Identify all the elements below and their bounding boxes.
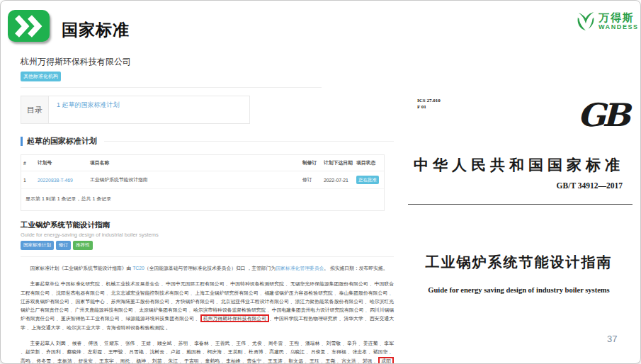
brand-text: 万得斯 WANDESS (599, 12, 639, 30)
standard-tags: 国家标准计划 修订 推荐性 (21, 241, 394, 250)
standard-title: 工业锅炉系统节能设计指南 (21, 220, 394, 230)
plan-table-box: # 计划号 项目名称 制修订 计划下达日期 项目状态 1 20220838-T-… (21, 154, 385, 211)
standard-detail-block: 工业锅炉系统节能设计指南 Guide for energy-saving des… (21, 220, 394, 364)
highlighted-company: 杭州万得斯环保科技有限公司 (200, 314, 269, 322)
divider (21, 256, 394, 257)
tag-revision: 修订 (56, 241, 71, 250)
intro-text-1: 国家标准计划《工业锅炉系统节能设计指南》由 (30, 266, 133, 271)
tc20-link[interactable]: TC20 (132, 266, 144, 271)
cover-title: 工业锅炉系统节能设计指南 (399, 253, 638, 272)
table-row: 1 20220838-T-469 工业锅炉系统节能设计指南 修订 2022-07… (21, 171, 384, 189)
divider (21, 87, 322, 88)
brand-name-en: WANDESS (599, 24, 639, 30)
plan-no-link[interactable]: 20220838-T-469 (38, 178, 73, 183)
status-badge: 正在批准 (356, 176, 379, 184)
col-plan-no: 计划号 (35, 155, 88, 171)
company-name: 杭州万得斯环保科技有限公司 (21, 56, 394, 68)
cell-issue-date: 2022-07-21 (322, 171, 354, 189)
section-rule (104, 141, 394, 142)
cell-revision: 修订 (300, 171, 322, 189)
page-title: 国家标准 (62, 19, 130, 41)
company-tag-badge: 其他标准化机构 (21, 72, 61, 81)
double-chevron-icon (13, 15, 45, 38)
section-title: 起草的国家标准计划 (27, 136, 97, 147)
cell-index: 1 (21, 171, 35, 189)
intro-paragraph: 国家标准计划《工业锅炉系统节能设计指南》由 TC20（全国能源基础与管理标准化技… (21, 264, 394, 273)
section-header: 起草的国家标准计划 (21, 136, 394, 147)
drafters-paragraph: 主要起草人 刘囡 、候睿 、傅强 、笪耀东 、张伟 、王婧 、顾全斌 、苏明 、… (21, 339, 394, 364)
cell-project-name: 工业锅炉系统节能设计指南 (88, 171, 300, 189)
col-index: # (21, 155, 35, 171)
slide-bullet-icon (8, 10, 50, 42)
brand-logo: 万得斯 WANDESS (576, 10, 639, 32)
toc-body: 1 起草的国家标准计划 (49, 96, 127, 123)
toc-box: 目录 1 起草的国家标准计划 (21, 96, 250, 124)
sac-link[interactable]: 国家标准化管理委员会 (276, 266, 324, 271)
wandess-leaf-icon (576, 10, 596, 32)
col-project-name: 项目名称 (88, 155, 300, 171)
cover-title-en: Guide for energy saving design of indust… (399, 286, 638, 294)
standard-title-en: Guide for energy-saving design of indust… (21, 232, 394, 238)
cover-header: 中华人民共和国国家标准 (399, 155, 638, 175)
page-number: 37 (607, 334, 617, 344)
ics-line-2: F 01 (417, 104, 441, 110)
col-revision: 制修订 (300, 155, 322, 171)
cover-rule (408, 204, 633, 205)
slide: 国家标准 万得斯 WANDESS 杭州万得斯环保科技有限公司 其他标准化机构 目… (0, 0, 641, 364)
gb-standard-cover: ICS 27.010 F 01 GB 中华人民共和国国家标准 GB/T 3491… (399, 91, 638, 325)
intro-text-2: （全国能源基础与管理标准化技术委员会）归口 ，主管部门为 (144, 266, 276, 271)
brand-name-cn: 万得斯 (599, 12, 639, 23)
gb-logo: GB (577, 96, 627, 133)
tag-recommended: 推荐性 (73, 241, 93, 250)
intro-text-3: 。 拟实施日期：发布即实施。 (324, 266, 387, 271)
col-issue-date: 计划下达日期 (322, 155, 354, 171)
table-summary: 显示第 1 到第 1 条记录，总共 1 条记录 (21, 189, 384, 210)
drafting-orgs-paragraph: 主要起草单位 中国标准化研究院 、机械工业技术发展基金会 、中国中元国际工程有限… (21, 280, 394, 332)
col-status: 项目状态 (354, 155, 384, 171)
table-header-row: # 计划号 项目名称 制修订 计划下达日期 项目状态 (21, 155, 384, 171)
standard-code: GB/T 34912—2017 (557, 181, 623, 190)
highlighted-drafter: 成阳 (378, 357, 394, 364)
toc-label: 目录 (21, 96, 49, 123)
section-accent-bar (21, 137, 23, 146)
plan-table: # 计划号 项目名称 制修订 计划下达日期 项目状态 1 20220838-T-… (21, 155, 384, 189)
tag-national-plan: 国家标准计划 (21, 241, 54, 250)
people-text-before: 主要起草人 刘囡 、候睿 、傅强 、笪耀东 、张伟 、王婧 、顾全斌 、苏明 、… (21, 341, 394, 363)
ics-line-1: ICS 27.010 (417, 98, 441, 104)
ics-code: ICS 27.010 F 01 (417, 98, 441, 110)
standard-webpage-screenshot: 杭州万得斯环保科技有限公司 其他标准化机构 目录 1 起草的国家标准计划 起草的… (21, 56, 394, 364)
toc-link[interactable]: 1 起草的国家标准计划 (57, 101, 120, 108)
